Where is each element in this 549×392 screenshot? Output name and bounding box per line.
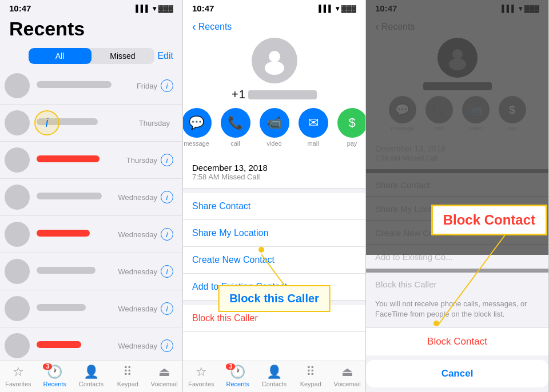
list-item[interactable]: Wednesday i (0, 216, 182, 253)
tab-favorites[interactable]: ☆ Favorites (0, 365, 37, 387)
block-action-sheet: You will not receive phone calls, messag… (366, 291, 548, 392)
tab-bar-2: ☆ Favorites 🕐 3 Recents 👤 Contacts ⠿ Key… (183, 361, 365, 392)
tab-favorites-label-2: Favorites (188, 381, 214, 387)
info-icon[interactable]: i (161, 302, 173, 315)
contact-name (37, 193, 102, 199)
info-icon[interactable]: i (161, 228, 173, 241)
number-prefix: +1 (232, 88, 246, 101)
info-icon[interactable]: i (161, 154, 173, 166)
avatar (5, 185, 30, 210)
tab-missed[interactable]: Missed (92, 48, 154, 64)
avatar (5, 333, 30, 358)
tab-contacts-2[interactable]: 👤 Contacts (256, 365, 293, 387)
svg-point-0 (269, 51, 280, 62)
tab-recents-label: Recents (43, 381, 66, 387)
cancel-button[interactable]: Cancel (366, 360, 548, 387)
list-item[interactable]: Thursday i (0, 105, 182, 142)
info-icon-highlighted[interactable]: i (34, 110, 59, 135)
voicemail-icon-2: ⏏ (341, 365, 353, 379)
share-contact-link[interactable]: Share Contact (183, 193, 365, 220)
action-mail-label: mail (307, 140, 319, 147)
action-message-label: message (184, 140, 209, 147)
recents-badge-2: 3 (226, 363, 235, 370)
voicemail-icon: ⏏ (158, 365, 170, 379)
call-time-status: 7:58 AM Missed Call (192, 173, 356, 181)
action-video-label: video (266, 140, 281, 147)
action-message[interactable]: 💬 message (183, 108, 212, 147)
tab-keypad-2[interactable]: ⠿ Keypad (292, 365, 329, 387)
contact-name (37, 230, 90, 237)
detail-nav[interactable]: ‹ Recents (192, 20, 356, 33)
avatar (5, 222, 30, 247)
list-item[interactable]: Friday i (0, 67, 182, 105)
info-icon[interactable]: i (161, 79, 173, 92)
info-icon[interactable]: i (161, 265, 173, 278)
list-item[interactable]: Wednesday i (0, 290, 182, 327)
panel-recents: 10:47 ▌▌▌ ▾ ▓▓▓ Recents All Missed Edit … (0, 0, 183, 392)
tab-all[interactable]: All (29, 48, 92, 64)
day-label: Thursday (126, 156, 157, 165)
detail-content: December 13, 2018 7:58 AM Missed Call Sh… (183, 156, 365, 361)
action-pay-label: pay (347, 140, 357, 147)
action-pay[interactable]: $ pay (337, 108, 367, 147)
list-item[interactable]: Wednesday i (0, 327, 182, 361)
tab-voicemail-label-2: Voicemail (334, 381, 361, 387)
info-icon[interactable]: i (161, 339, 173, 352)
status-icons-1: ▌▌▌ ▾ ▓▓▓ (136, 5, 173, 13)
contact-name (37, 155, 100, 162)
favorites-icon-2: ☆ (196, 365, 207, 379)
detail-header: ‹ Recents +1 💬 message 📞 call 📹 v (183, 15, 365, 156)
avatar (5, 296, 30, 321)
back-label[interactable]: Recents (198, 22, 232, 32)
day-label: Thursday (139, 119, 170, 127)
signal-icon: ▌▌▌ (319, 5, 333, 13)
tab-voicemail-2[interactable]: ⏏ Voicemail (329, 365, 365, 387)
wifi-icon: ▾ (153, 5, 156, 13)
battery-icon: ▓▓▓ (341, 5, 356, 13)
person-icon (260, 46, 289, 75)
panel-detail: 10:47 ▌▌▌ ▾ ▓▓▓ ‹ Recents +1 💬 message (183, 0, 366, 392)
avatar (5, 73, 30, 98)
panel-block: 10:47 ▌▌▌ ▾ ▓▓▓ ‹ Recents 💬 message (366, 0, 549, 392)
action-call[interactable]: 📞 call (221, 108, 250, 147)
tab-voicemail-label: Voicemail (151, 381, 178, 387)
tab-recents[interactable]: 🕐 3 Recents (37, 365, 73, 387)
list-item[interactable]: Thursday i (0, 142, 182, 179)
edit-button[interactable]: Edit (157, 51, 173, 61)
day-label: Wednesday (118, 342, 157, 350)
list-item[interactable]: Wednesday i (0, 179, 182, 216)
block-confirm-button[interactable]: Block Contact (366, 328, 548, 355)
tab-contacts[interactable]: 👤 Contacts (73, 365, 110, 387)
tab-keypad[interactable]: ⠿ Keypad (109, 365, 146, 387)
share-location-link[interactable]: Share My Location (183, 220, 365, 247)
action-call-label: call (230, 140, 240, 147)
tab-favorites-2[interactable]: ☆ Favorites (183, 365, 220, 387)
status-time-2: 10:47 (192, 3, 214, 13)
avatar (5, 110, 30, 135)
block-contact-annotation-box: Block Contact (431, 205, 547, 235)
create-contact-link[interactable]: Create New Contact (183, 247, 365, 274)
all-missed-tabs[interactable]: All Missed (29, 48, 154, 64)
status-icons-2: ▌▌▌ ▾ ▓▓▓ (319, 5, 356, 13)
annotation-dot-3 (433, 321, 439, 326)
recents-icon: 🕐 3 (47, 365, 62, 379)
info-icon[interactable]: i (161, 191, 173, 203)
tab-recents-2[interactable]: 🕐 3 Recents (220, 365, 256, 387)
list-item[interactable]: Wednesday i (0, 253, 182, 290)
tab-keypad-label: Keypad (117, 381, 138, 387)
contact-name (37, 267, 96, 274)
video-icon: 📹 (260, 108, 289, 138)
contact-number: +1 (232, 88, 317, 101)
day-label: Wednesday (118, 267, 157, 276)
tab-voicemail[interactable]: ⏏ Voicemail (146, 365, 182, 387)
avatar (5, 147, 30, 173)
call-date: December 13, 2018 (192, 163, 356, 173)
tab-contacts-label-2: Contacts (262, 381, 287, 387)
action-mail[interactable]: ✉ mail (299, 108, 328, 147)
keypad-icon-2: ⠿ (306, 365, 315, 379)
contact-name (37, 304, 86, 311)
wifi-icon: ▾ (336, 5, 339, 13)
number-blurred (248, 90, 317, 99)
action-video[interactable]: 📹 video (260, 108, 289, 147)
day-label: Wednesday (118, 193, 157, 202)
